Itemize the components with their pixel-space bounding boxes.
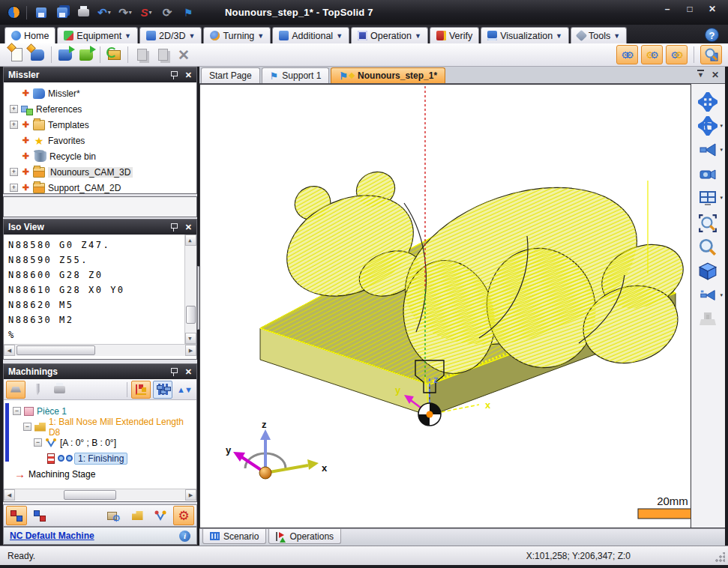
undo-button[interactable]: ↶▾ xyxy=(96,5,112,20)
tree-layout-button[interactable] xyxy=(6,506,27,525)
horizontal-scrollbar[interactable]: ◀ ▶ xyxy=(4,489,196,501)
pin-icon[interactable] xyxy=(170,223,178,232)
tree-item-favorites[interactable]: ✚★Favorites xyxy=(5,133,195,148)
resize-grip[interactable] xyxy=(715,552,725,563)
undo-dropdown-icon[interactable]: ▾ xyxy=(108,9,111,16)
tab-nounours-step-1[interactable]: ⚑Nounours_step_1* xyxy=(331,67,445,83)
ribbon-tab-operation[interactable]: Operation▼ xyxy=(351,27,428,43)
machining-gears-button[interactable]: ⚙⚙ xyxy=(616,45,638,64)
viewport-layout-button[interactable]: ▾ xyxy=(694,187,721,208)
chevron-down-icon[interactable]: ▼ xyxy=(415,31,421,40)
expander-icon[interactable]: + xyxy=(10,105,18,113)
scroll-right-icon[interactable]: ▶ xyxy=(185,489,196,501)
zoom-button[interactable] xyxy=(694,237,721,258)
analyze-part-button[interactable] xyxy=(700,45,722,64)
help-button[interactable]: ? xyxy=(705,28,719,42)
ribbon-tab-2d3d[interactable]: 2D/3D▼ xyxy=(139,27,202,43)
tab-support-1[interactable]: ⚑Support 1 xyxy=(262,67,330,83)
tab-overflow-icon[interactable]: ▼ xyxy=(697,70,704,80)
chevron-down-icon[interactable]: ▼ xyxy=(188,31,195,40)
tree-item-templates[interactable]: +✚Templates xyxy=(5,117,195,133)
chevron-down-icon[interactable]: ▼ xyxy=(613,31,620,40)
tool-view-button[interactable] xyxy=(28,381,47,399)
close-icon[interactable]: ✕ xyxy=(185,223,192,232)
ribbon-tab-visualization[interactable]: Visualization▼ xyxy=(481,27,569,43)
minimize-button[interactable]: – xyxy=(659,4,676,16)
scroll-down-icon[interactable]: ▼ xyxy=(185,333,196,344)
chevron-down-icon[interactable]: ▾ xyxy=(720,147,723,153)
refresh-button[interactable]: ⟳ xyxy=(159,5,175,20)
pan-button[interactable] xyxy=(694,91,721,112)
ribbon-tab-additional[interactable]: Additional▼ xyxy=(272,27,349,43)
open-assembly-button[interactable] xyxy=(76,45,97,64)
save-all-button[interactable] xyxy=(54,5,70,20)
expander-icon[interactable]: − xyxy=(23,423,31,431)
copy-button[interactable] xyxy=(131,45,152,64)
scroll-left-icon[interactable]: ◀ xyxy=(4,345,15,356)
macro-dropdown-icon[interactable]: ▾ xyxy=(149,9,152,16)
chevron-down-icon[interactable]: ▾ xyxy=(720,195,723,201)
tab-close-icon[interactable]: ✕ xyxy=(712,70,719,80)
pin-icon[interactable] xyxy=(170,367,178,376)
parameters-button[interactable] xyxy=(153,381,172,399)
scrollbar-thumb[interactable] xyxy=(64,490,116,500)
print-button[interactable] xyxy=(75,5,91,20)
zoom-window-button[interactable] xyxy=(694,213,721,234)
machining-view-button[interactable] xyxy=(6,381,25,399)
expander-icon[interactable]: + xyxy=(10,168,18,176)
close-icon[interactable]: ✕ xyxy=(185,367,192,377)
chevron-down-icon[interactable]: ▾ xyxy=(720,123,723,129)
new-document-button[interactable] xyxy=(6,45,27,64)
tree-item-machining-stage[interactable]: →Machining Stage xyxy=(4,466,196,482)
rotate-view-button[interactable]: ▾ xyxy=(694,115,721,136)
isometric-view-button[interactable] xyxy=(694,261,721,282)
horizontal-scrollbar[interactable]: ◀ ▶ xyxy=(4,344,196,356)
scroll-up-icon[interactable]: ▲ xyxy=(185,235,196,246)
expander-icon[interactable]: + xyxy=(10,184,18,192)
save-button[interactable] xyxy=(33,5,49,20)
tool-display-button[interactable] xyxy=(127,506,148,525)
scroll-right-icon[interactable]: ▶ xyxy=(185,345,196,356)
ribbon-tab-turning[interactable]: Turning▼ xyxy=(203,27,271,43)
tree-item-recycle-bin[interactable]: ✚Recycle bin xyxy=(5,148,195,164)
axes-display-button[interactable] xyxy=(150,506,171,525)
machine-gear-button[interactable]: ⚙ xyxy=(173,506,194,525)
ribbon-tab-equipment[interactable]: Equipment▼ xyxy=(57,27,138,43)
chevron-down-icon[interactable]: ▼ xyxy=(257,31,264,40)
paste-button[interactable] xyxy=(152,45,173,64)
vertical-scrollbar[interactable]: ▲ ▼ xyxy=(184,235,196,344)
close-button[interactable]: ✕ xyxy=(704,4,721,16)
pin-icon[interactable] xyxy=(170,70,178,79)
tree-item-finishing[interactable]: 1: Finishing xyxy=(4,450,196,466)
tab-start-page[interactable]: Start Page xyxy=(201,67,260,83)
close-icon[interactable]: ✕ xyxy=(185,70,192,80)
stock-gear-button[interactable]: ⚙ xyxy=(103,506,124,525)
update-package-button[interactable] xyxy=(103,45,124,64)
tree-item-support-cam-2d[interactable]: +✚Support_CAM_2D xyxy=(5,180,195,196)
tree-item-tool[interactable]: −1: Ball Nose Mill Extended Length D8 xyxy=(4,419,196,435)
chevron-down-icon[interactable]: ▼ xyxy=(124,31,131,40)
tree-item-references[interactable]: +References xyxy=(5,101,195,117)
all-operations-button[interactable]: ⚙⚙ xyxy=(641,45,663,64)
chevron-down-icon[interactable]: ▼ xyxy=(336,31,343,40)
3d-viewport[interactable]: z y x z y x 20mm xyxy=(199,84,691,528)
ribbon-tab-verify[interactable]: Verify xyxy=(430,27,479,43)
delete-button[interactable]: ✕ xyxy=(173,45,194,64)
chevron-down-icon[interactable]: ▾ xyxy=(720,292,723,298)
tab-operations[interactable]: Operations xyxy=(268,529,341,544)
new-from-template-button[interactable] xyxy=(27,45,48,64)
print-machinings-button[interactable] xyxy=(49,381,69,399)
tree-layout-alt-button[interactable] xyxy=(29,506,50,525)
scrollbar-thumb[interactable] xyxy=(186,306,196,324)
expander-icon[interactable]: − xyxy=(13,407,21,415)
flag-button[interactable]: ⚑ xyxy=(180,5,196,20)
reorder-button[interactable]: ▲▼ xyxy=(175,381,194,399)
gcode-viewer[interactable]: N88580 G0 Z47. N88590 Z55. N88600 G28 Z0… xyxy=(4,235,196,344)
expander-icon[interactable]: + xyxy=(10,121,18,129)
section-view-button[interactable]: ▾ xyxy=(694,285,721,306)
machine-display-button[interactable] xyxy=(694,309,721,330)
redo-dropdown-icon[interactable]: ▾ xyxy=(129,9,132,16)
macro-button[interactable]: S▾ xyxy=(138,5,154,20)
open-document-button[interactable] xyxy=(55,45,76,64)
chevron-down-icon[interactable]: ▼ xyxy=(556,31,562,40)
